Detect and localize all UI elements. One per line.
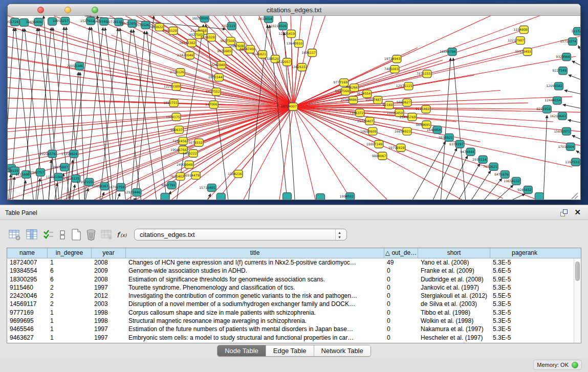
network-node[interactable]: 9474444 (460, 148, 475, 156)
network-node[interactable]: 7875155 (417, 70, 431, 78)
network-node[interactable]: 1696117 (301, 49, 316, 57)
network-node[interactable]: 9699695 (416, 121, 431, 128)
table-select-dropdown[interactable]: citations_edges.txt ▲▼ (134, 229, 347, 240)
network-node[interactable]: 17016504 (558, 143, 575, 150)
vertical-scrollbar[interactable] (574, 258, 581, 343)
table-columns-icon[interactable] (26, 228, 39, 242)
network-node[interactable]: 19218506 (270, 23, 287, 30)
network-node[interactable]: 8215958 (536, 105, 551, 113)
network-node[interactable]: 19734943 (384, 55, 401, 63)
network-node[interactable]: 15751074 (560, 38, 577, 46)
network-node[interactable] (316, 193, 325, 200)
table-row[interactable]: 1830029562008Estimation of significance … (7, 275, 574, 283)
network-node[interactable]: 1994502 (340, 192, 355, 200)
network-node[interactable]: 980637 (170, 126, 183, 134)
network-node[interactable]: 10688609 (360, 127, 377, 135)
network-node[interactable]: 15720407 (357, 117, 374, 125)
network-node[interactable]: 1362615 (291, 63, 306, 71)
tab-network-table[interactable]: Network Table (314, 345, 371, 356)
network-node[interactable]: 9463627 (397, 99, 411, 106)
select-all-rows-icon[interactable] (42, 228, 55, 242)
network-node[interactable]: 20206576 (40, 150, 57, 158)
network-node[interactable]: 9884067 (372, 152, 387, 160)
network-node[interactable]: 12325419 (278, 30, 295, 38)
table-row[interactable]: 1938455462009Genome-wide association stu… (7, 267, 574, 275)
network-node[interactable]: 12444154 (545, 97, 561, 104)
network-node[interactable]: 16782759 (108, 183, 125, 191)
network-node[interactable]: 8813054 (258, 16, 273, 23)
network-node[interactable]: 11172 (571, 28, 580, 35)
network-node[interactable]: 16210643 (550, 112, 567, 120)
delete-table-icon[interactable] (85, 228, 98, 242)
network-node[interactable]: 1810755 (163, 99, 178, 107)
network-node[interactable]: 7625402 (170, 172, 185, 180)
table-row[interactable]: 969969511998Structural magnetic resonanc… (7, 317, 574, 325)
network-node[interactable]: 12923446 (124, 188, 141, 196)
network-node[interactable]: 15716485 (199, 184, 216, 191)
table-row[interactable]: 946554611997Estimation of the future num… (7, 325, 574, 333)
network-node[interactable]: 19975887 (52, 163, 69, 171)
column-header-year[interactable]: year (92, 248, 126, 258)
table-row[interactable]: 977716911998Corpus callosum shape and si… (7, 309, 574, 317)
network-node[interactable]: 1584216 (228, 170, 243, 178)
function-builder-icon[interactable]: f(x) (116, 228, 129, 242)
float-panel-icon[interactable] (560, 209, 568, 216)
tab-node-table[interactable]: Node Table (217, 345, 266, 356)
table-row[interactable]: 1456911722003Disruption of a novel membe… (7, 300, 574, 308)
network-node[interactable]: 8838923 (439, 134, 453, 141)
network-node[interactable]: 18807249 (366, 140, 383, 148)
network-node[interactable]: 8960128 (163, 27, 178, 35)
column-header-name[interactable]: name (7, 248, 48, 258)
network-node[interactable]: 2935114 (472, 156, 487, 163)
table-row[interactable]: 1872400712008Changes of HCN gene express… (7, 258, 574, 267)
network-window-titlebar[interactable]: citations_edges.txt (8, 4, 580, 16)
network-node[interactable]: 12093582 (546, 82, 563, 90)
table-row[interactable]: 2242004622012Investigating the contribut… (7, 292, 574, 300)
network-node[interactable]: 16648784 (440, 48, 456, 56)
network-node[interactable]: 9227349 (552, 67, 567, 75)
network-node[interactable]: 9115460 (416, 105, 430, 113)
dropdown-stepper-icon[interactable]: ▲▼ (335, 229, 343, 240)
network-node[interactable]: 23420046 (177, 52, 194, 59)
network-node[interactable]: 1167533 (565, 158, 580, 166)
column-header-pagerank[interactable]: pagerank (490, 248, 559, 258)
new-table-icon[interactable] (70, 228, 83, 242)
network-node[interactable]: 17359924 (61, 150, 78, 158)
column-header-out_de[interactable]: △ out_de… (384, 248, 418, 258)
table-row[interactable]: 911546021997Tourette syndrome. Phenomeno… (7, 283, 574, 292)
column-header-short[interactable]: short (418, 248, 490, 258)
memory-status-widget[interactable]: Memory: OK (533, 360, 582, 370)
network-node[interactable] (535, 192, 543, 200)
network-node[interactable]: 24909948 (177, 161, 193, 168)
network-node[interactable]: 8427552 (206, 88, 221, 96)
network-node[interactable]: 16654923 (395, 127, 411, 135)
network-node[interactable] (216, 193, 225, 200)
table-settings-icon[interactable] (8, 228, 21, 242)
tab-edge-table[interactable]: Edge Table (266, 345, 314, 356)
network-window[interactable]: citations_edges.txt 14055724326914061095… (7, 4, 581, 200)
network-node[interactable] (161, 193, 169, 200)
network-node[interactable]: 16914479 (183, 171, 200, 179)
network-node[interactable]: 9242848 (211, 61, 226, 69)
network-node[interactable]: 16958167 (92, 182, 109, 190)
network-node[interactable]: 9857791 (161, 181, 176, 189)
network-node[interactable]: 7485083 (384, 65, 399, 73)
network-node[interactable]: 15692971 (554, 127, 571, 135)
resize-grip-icon[interactable] (572, 193, 578, 199)
network-node[interactable]: 1527602 (80, 17, 95, 25)
network-node[interactable]: 14055724 (8, 18, 19, 26)
network-node[interactable]: 8471676 (494, 170, 509, 178)
table-row[interactable]: 946362711997Embryonic stem cells: a mode… (7, 334, 574, 342)
network-node[interactable]: 9245652 (517, 186, 532, 193)
network-node[interactable]: 9875685 (217, 48, 232, 55)
network-node[interactable]: 12975115 (396, 82, 413, 90)
network-node[interactable]: 11451194 (46, 173, 63, 181)
network-canvas[interactable]: 1405572432691406109532571527602646616010… (8, 16, 580, 200)
scrollbar-thumb[interactable] (575, 261, 580, 281)
network-node[interactable]: 13640910 (286, 40, 303, 48)
column-header-title[interactable]: title (126, 248, 384, 258)
network-node[interactable]: 16053809 (192, 16, 209, 23)
network-node[interactable]: 10973493 (515, 48, 532, 56)
network-node[interactable] (282, 192, 291, 200)
column-header-in_degree[interactable]: in_degree (48, 248, 92, 258)
